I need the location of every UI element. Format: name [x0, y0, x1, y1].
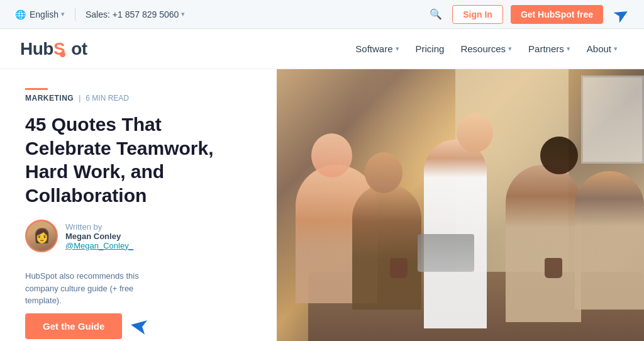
about-chevron-icon: ▾: [614, 45, 618, 53]
cta-row: Get the Guide ➤: [25, 313, 252, 340]
arrow-icon: ➤: [128, 311, 151, 341]
head-4: [540, 137, 578, 174]
author-section: 👩 Written by Megan Conley @Megan_Conley_: [25, 220, 252, 252]
cta-description: HubSpot also recommends this company cul…: [25, 270, 151, 307]
author-info: Written by Megan Conley @Megan_Conley_: [65, 222, 133, 250]
phone-info: Sales: +1 857 829 5060 ▾: [86, 9, 185, 20]
head-1: [311, 133, 352, 177]
author-handle[interactable]: @Megan_Conley_: [65, 241, 133, 250]
head-2: [365, 152, 402, 193]
main-content: MARKETING | 6 MIN READ 45 Quotes That Ce…: [0, 69, 644, 341]
article-category: MARKETING: [25, 94, 74, 103]
category-line: MARKETING | 6 MIN READ: [25, 94, 252, 103]
article-panel: MARKETING | 6 MIN READ 45 Quotes That Ce…: [0, 69, 277, 341]
hero-image-panel: [277, 69, 644, 341]
main-nav: HubSot Software ▾ Pricing Resources ▾ Pa…: [0, 29, 644, 69]
partners-chevron-icon: ▾: [567, 45, 570, 53]
author-name: Megan Conley: [65, 232, 133, 241]
get-hubspot-free-button[interactable]: Get HubSpot free: [511, 5, 603, 24]
written-by-label: Written by: [65, 222, 133, 232]
avatar: 👩: [25, 220, 58, 252]
avatar-image: 👩: [27, 221, 56, 250]
get-guide-button[interactable]: Get the Guide: [25, 313, 122, 339]
person-2: [352, 184, 421, 310]
whiteboard: [581, 75, 644, 164]
read-time: 6 MIN READ: [86, 94, 129, 103]
top-bar: 🌐 English ▾ Sales: +1 857 829 5060 ▾ 🔍 S…: [0, 0, 644, 29]
sign-in-button[interactable]: Sign In: [452, 5, 503, 24]
head-3: [457, 113, 493, 152]
cta-section: HubSpot also recommends this company cul…: [25, 270, 252, 340]
logo-text: HubSot: [20, 39, 87, 59]
laptop: [418, 234, 474, 272]
globe-icon: 🌐: [15, 9, 26, 20]
cup-2: [545, 258, 562, 278]
resources-chevron-icon: ▾: [508, 45, 512, 53]
nav-about-label: About: [587, 43, 611, 54]
phone-dropdown-icon[interactable]: ▾: [181, 10, 185, 18]
article-title: 45 Quotes That Celebrate Teamwork, Hard …: [25, 113, 252, 207]
person-5: [575, 171, 644, 310]
phone-label: Sales:: [86, 9, 110, 20]
chevron-down-icon: ▾: [61, 10, 65, 18]
nav-item-pricing[interactable]: Pricing: [409, 38, 451, 59]
search-button[interactable]: 🔍: [427, 6, 445, 23]
software-chevron-icon: ▾: [396, 45, 399, 53]
nav-partners-label: Partners: [528, 43, 564, 54]
top-bar-left: 🌐 English ▾ Sales: +1 857 829 5060 ▾: [15, 8, 185, 21]
nav-item-software[interactable]: Software ▾: [349, 38, 405, 59]
nav-item-about[interactable]: About ▾: [580, 38, 624, 59]
nav-item-resources[interactable]: Resources ▾: [454, 38, 518, 59]
arrow-indicator-icon: ➤: [609, 1, 633, 28]
language-label: English: [30, 9, 58, 20]
language-selector[interactable]: 🌐 English ▾: [15, 9, 65, 20]
logo[interactable]: HubSot: [20, 39, 87, 59]
hero-image: [277, 69, 644, 341]
top-bar-right: 🔍 Sign In Get HubSpot free ➤: [427, 3, 629, 25]
nav-pricing-label: Pricing: [416, 43, 445, 54]
nav-links: Software ▾ Pricing Resources ▾ Partners …: [349, 38, 624, 59]
divider: [75, 8, 75, 21]
phone-number[interactable]: +1 857 829 5060: [113, 9, 179, 20]
nav-item-partners[interactable]: Partners ▾: [522, 38, 577, 59]
scene: [277, 69, 644, 341]
nav-software-label: Software: [355, 43, 392, 54]
separator: |: [79, 94, 80, 103]
nav-resources-label: Resources: [460, 43, 506, 54]
category-underline: [25, 88, 48, 90]
person-4: [506, 165, 581, 322]
cup-1: [390, 258, 408, 278]
